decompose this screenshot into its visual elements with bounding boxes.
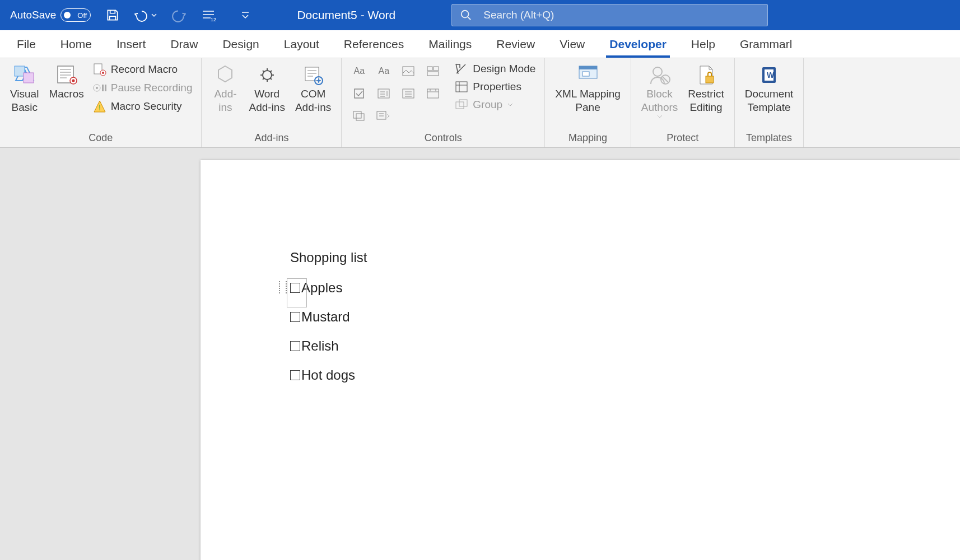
list-item[interactable]: Apples [290,280,367,296]
tab-view[interactable]: View [547,30,597,58]
combo-box-control-icon[interactable] [373,84,394,103]
group-mapping: XML Mapping Pane Mapping [545,58,631,147]
svg-rect-22 [427,72,439,76]
svg-rect-13 [105,85,106,91]
group-button[interactable]: Group [453,97,538,112]
svg-point-11 [96,87,98,89]
svg-rect-20 [427,67,432,71]
list-item-text[interactable]: Relish [301,338,339,354]
building-block-control-icon[interactable] [422,62,444,81]
list-item-text[interactable]: Hot dogs [301,367,355,383]
svg-rect-25 [403,89,414,98]
group-mapping-label: Mapping [552,132,624,145]
properties-button[interactable]: Properties [453,80,538,94]
ribbon-tabs: File Home Insert Draw Design Layout Refe… [0,30,960,58]
tab-design[interactable]: Design [210,30,271,58]
pause-recording-button: Pause Recording [91,81,195,95]
autosave-switch[interactable]: Off [60,8,91,22]
qat-customize-icon[interactable] [239,8,252,22]
tab-layout[interactable]: Layout [272,30,332,58]
group-code: Visual Basic Macros Record Macro Pause R… [0,58,202,147]
svg-rect-12 [102,85,104,91]
checkbox-control[interactable] [290,341,300,351]
plain-text-control-icon[interactable]: Aa [373,62,394,81]
legacy-tools-icon[interactable] [373,106,394,125]
checkbox-control[interactable] [290,370,300,380]
svg-point-18 [318,80,320,82]
design-mode-button[interactable]: Design Mode [453,62,538,76]
restrict-editing-button[interactable]: Restrict Editing [684,62,727,115]
checkbox-control[interactable] [290,283,300,293]
autosave-label: AutoSave [10,9,56,21]
xml-mapping-icon [576,63,600,87]
xml-mapping-button[interactable]: XML Mapping Pane [552,62,624,115]
undo-button[interactable] [132,6,159,25]
tab-draw[interactable]: Draw [158,30,210,58]
redo-button[interactable] [169,6,188,25]
ribbon: Visual Basic Macros Record Macro Pause R… [0,58,960,148]
svg-text:!: ! [99,103,101,112]
design-mode-icon [455,63,468,75]
chevron-down-icon [656,114,663,119]
macros-button[interactable]: Macros [45,62,87,102]
macro-security-button[interactable]: ! Macro Security [91,99,195,114]
save-icon[interactable] [103,6,122,25]
rich-text-control-icon[interactable]: Aa [348,62,370,81]
svg-rect-23 [355,89,364,98]
list-item[interactable]: Mustard [290,309,367,325]
document-page[interactable]: Shopping list Apples Mustard Relish Hot … [201,160,960,560]
document-template-button[interactable]: W Document Template [742,62,797,115]
list-item-text[interactable]: Apples [301,280,342,296]
tab-help[interactable]: Help [679,30,728,58]
tab-home[interactable]: Home [48,30,104,58]
svg-rect-26 [427,89,439,98]
group-templates-label: Templates [742,132,797,145]
addins-button[interactable]: Add- ins [208,62,242,115]
svg-point-9 [102,72,104,74]
svg-rect-34 [579,66,597,69]
svg-rect-19 [403,67,414,76]
date-picker-control-icon[interactable] [422,84,444,103]
block-authors-button[interactable]: Block Authors [638,62,681,120]
list-item[interactable]: Relish [290,338,367,354]
svg-text:W: W [767,71,775,80]
content-control-handle[interactable] [279,281,287,293]
tab-mailings[interactable]: Mailings [416,30,484,58]
macros-icon [54,63,79,87]
visual-basic-button[interactable]: Visual Basic [7,62,42,115]
repeating-section-control-icon[interactable] [348,106,370,125]
tab-references[interactable]: References [332,30,416,58]
document-area[interactable]: Shopping list Apples Mustard Relish Hot … [0,148,960,560]
com-addins-button[interactable]: COM Add-ins [292,62,334,115]
word-addins-icon [256,63,278,87]
document-heading[interactable]: Shopping list [290,250,367,265]
tab-grammarly[interactable]: Grammarl [728,30,804,58]
document-template-icon: W [758,63,780,87]
group-controls-label: Controls [348,132,538,145]
checkbox-control[interactable] [290,312,300,322]
svg-rect-2 [15,66,25,76]
tab-developer[interactable]: Developer [597,30,679,58]
dropdown-control-icon[interactable] [398,84,419,103]
addins-icon [214,63,236,87]
list-item-text[interactable]: Mustard [301,309,350,325]
group-addins: Add- ins Word Add-ins COM Add-ins Add-in… [202,58,342,147]
tab-review[interactable]: Review [484,30,547,58]
svg-text:123: 123 [211,17,216,22]
svg-rect-38 [706,76,714,83]
svg-point-6 [72,80,74,82]
line-numbering-icon[interactable]: 123 [198,6,218,25]
record-macro-button[interactable]: Record Macro [91,62,195,77]
tab-insert[interactable]: Insert [104,30,159,58]
svg-rect-31 [456,102,464,109]
picture-control-icon[interactable] [398,62,419,81]
chevron-down-icon [507,102,514,108]
controls-gallery: Aa Aa [348,62,444,125]
autosave-toggle[interactable]: AutoSave Off [6,8,95,22]
checkbox-control-icon[interactable] [348,84,370,103]
search-placeholder: Search (Alt+Q) [483,9,554,21]
search-box[interactable]: Search (Alt+Q) [451,4,768,26]
tab-file[interactable]: File [4,30,48,58]
list-item[interactable]: Hot dogs [290,367,367,383]
word-addins-button[interactable]: Word Add-ins [245,62,288,115]
